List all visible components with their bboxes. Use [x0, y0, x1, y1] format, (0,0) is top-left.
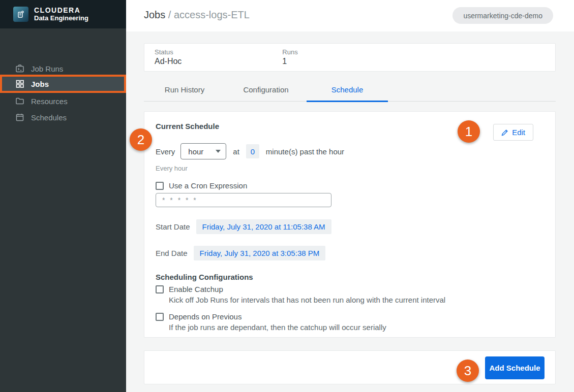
runs-column: Runs 1: [282, 48, 297, 67]
annotation-badge-1: 1: [458, 120, 480, 143]
status-value: Ad-Hoc: [155, 57, 182, 66]
depends-on-previous-label: Depends on Previous: [169, 312, 241, 321]
end-date-label: End Date: [156, 249, 188, 257]
cron-checkbox-row: Use a Cron Expression: [156, 181, 247, 190]
edit-button[interactable]: Edit: [493, 124, 533, 141]
add-schedule-button[interactable]: Add Schedule: [485, 356, 545, 379]
start-date-label: Start Date: [156, 222, 190, 231]
schedule-panel: Current Schedule Edit Every hour at 0 mi…: [144, 111, 556, 338]
sidebar-item-schedules[interactable]: Schedules: [0, 109, 126, 125]
enable-catchup-description: Kick off Job Runs for intervals that has…: [169, 296, 445, 304]
at-label: at: [233, 147, 239, 156]
sidebar-item-label: Jobs: [31, 80, 49, 88]
minute-suffix-label: minute(s) past the hour: [266, 147, 344, 156]
tab-bar: Run History Configuration Schedule: [144, 78, 556, 102]
job-runs-icon: [15, 64, 24, 73]
runs-label: Runs: [282, 48, 297, 56]
depends-on-previous-row: Depends on Previous: [156, 312, 241, 321]
cron-expression-input[interactable]: [156, 193, 331, 207]
jobs-icon: [15, 79, 24, 88]
job-summary-card: Status Ad-Hoc Runs 1: [144, 43, 556, 72]
breadcrumb: Jobs / access-logs-ETL: [144, 9, 250, 21]
depends-on-previous-checkbox[interactable]: [156, 313, 164, 321]
depends-on-previous-description: If the job runs are dependant, then the …: [169, 323, 386, 332]
end-date-value[interactable]: Friday, July 31, 2020 at 3:05:38 PM: [194, 246, 326, 260]
scheduling-configurations-title: Scheduling Configurations: [156, 273, 253, 281]
annotation-badge-2: 2: [130, 128, 152, 151]
enable-catchup-checkbox[interactable]: [156, 285, 164, 293]
edit-button-label: Edit: [512, 128, 525, 137]
schedules-icon: [15, 113, 24, 122]
product-name: Data Engineering: [34, 15, 88, 22]
app: CLOUDERA Data Engineering Job Runs: [0, 0, 574, 392]
tab-run-history[interactable]: Run History: [144, 78, 225, 101]
start-date-row: Start Date Friday, July 31, 2020 at 11:0…: [156, 219, 331, 234]
page-header: Jobs / access-logs-ETL usermarketing-cde…: [126, 0, 574, 31]
enable-catchup-row: Enable Catchup: [156, 285, 223, 293]
breadcrumb-root[interactable]: Jobs: [144, 9, 165, 20]
end-date-row: End Date Friday, July 31, 2020 at 3:05:3…: [156, 246, 325, 260]
cron-checkbox[interactable]: [156, 182, 164, 190]
minute-value-chip[interactable]: 0: [246, 144, 259, 158]
sidebar: CLOUDERA Data Engineering Job Runs: [0, 0, 126, 392]
frequency-select[interactable]: hour: [180, 143, 226, 159]
sidebar-item-resources[interactable]: Resources: [0, 93, 126, 109]
sidebar-item-label: Resources: [31, 97, 68, 106]
cloudera-data-engineering-logo-icon: [13, 7, 28, 22]
sidebar-item-label: Job Runs: [31, 64, 63, 73]
status-label: Status: [155, 48, 182, 56]
resources-icon: [15, 96, 24, 106]
add-schedule-panel: Add Schedule: [144, 350, 556, 384]
status-column: Status Ad-Hoc: [155, 48, 182, 67]
runs-value: 1: [282, 57, 297, 66]
enable-catchup-label: Enable Catchup: [169, 285, 223, 293]
chevron-down-icon: [216, 150, 221, 153]
schedule-summary-hint: Every hour: [156, 165, 188, 172]
main-content: Status Ad-Hoc Runs 1 Run History Configu…: [126, 31, 574, 392]
breadcrumb-separator: /: [168, 9, 171, 20]
cluster-pill[interactable]: usermarketing-cde-demo: [452, 7, 553, 24]
logo: CLOUDERA Data Engineering: [0, 0, 126, 28]
sidebar-item-jobs[interactable]: Jobs: [0, 75, 126, 93]
tab-configuration[interactable]: Configuration: [225, 78, 307, 101]
breadcrumb-current: access-logs-ETL: [174, 9, 250, 20]
logo-text: CLOUDERA Data Engineering: [34, 6, 88, 22]
sidebar-item-label: Schedules: [31, 113, 67, 122]
annotation-badge-3: 3: [457, 360, 479, 382]
cron-checkbox-label: Use a Cron Expression: [169, 181, 247, 190]
brand-name: CLOUDERA: [34, 6, 88, 14]
tab-schedule[interactable]: Schedule: [307, 78, 388, 101]
frequency-value: hour: [188, 147, 203, 156]
start-date-value[interactable]: Friday, July 31, 2020 at 11:05:38 AM: [196, 219, 331, 234]
frequency-row: Every hour at 0 minute(s) past the hour: [156, 143, 344, 159]
pencil-icon: [501, 129, 508, 136]
current-schedule-title: Current Schedule: [156, 122, 219, 130]
every-label: Every: [156, 147, 175, 156]
